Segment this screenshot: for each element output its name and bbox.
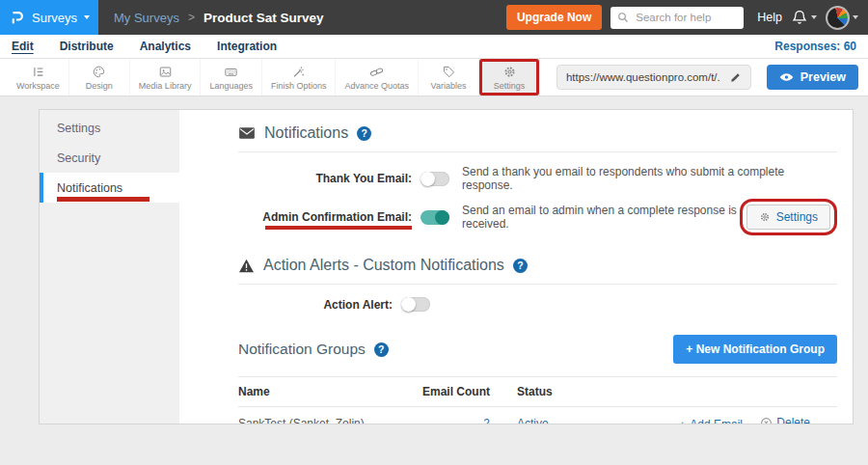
divider [238,151,837,152]
divider [238,284,837,285]
tab-integration[interactable]: Integration [217,40,277,53]
help-search-box[interactable] [610,7,744,29]
sidebar-item-notifications[interactable]: Notifications [40,173,179,203]
image-icon [158,65,173,79]
delete-link[interactable]: Delete [760,416,810,424]
keyboard-icon [224,65,238,79]
notifications-section-header: Notifications ? [238,124,837,142]
envelope-icon [238,126,256,140]
toolbar-item-variables[interactable]: Variables [419,59,479,96]
settings-button-label: Settings [776,210,818,224]
column-header-email-count: Email Count [379,385,490,398]
top-header: Surveys My Surveys > Product Sat Survey … [0,0,868,35]
avatar [826,6,850,30]
thank-you-email-toggle[interactable] [420,172,449,186]
toolbar-item-workspace[interactable]: Workspace [8,59,69,96]
help-icon[interactable]: ? [513,259,528,273]
app-window: Surveys My Surveys > Product Sat Survey … [0,0,868,465]
delete-circle-x-icon [760,417,773,425]
admin-confirmation-email-toggle[interactable] [420,210,449,225]
breadcrumb: My Surveys > Product Sat Survey [114,11,323,25]
edit-pencil-icon[interactable] [730,71,742,83]
column-header-status: Status [490,385,635,398]
action-alerts-section: Action Alerts - Custom Notifications ? A… [238,257,837,312]
column-header-actions [635,385,837,398]
page-title: Product Sat Survey [203,11,324,25]
settings-sidebar: Settings Security Notifications [40,110,179,424]
thank-you-email-label: Thank You Email: [238,172,412,185]
action-alerts-section-header: Action Alerts - Custom Notifications ? [238,257,837,274]
sidebar-item-settings[interactable]: Settings [40,113,179,143]
toolbar-item-label: Variables [431,81,467,91]
search-icon [617,12,629,23]
settings-main-panel: Notifications ? Thank You Email: Send a … [179,110,853,424]
questionpro-logo-icon [9,9,25,26]
notifications-section-title: Notifications [264,124,348,142]
palette-icon [92,65,106,79]
survey-url-field[interactable]: https://www.questionpro.com/t/. [556,65,751,90]
toolbar-item-label: Advance Quotas [344,81,409,91]
help-icon[interactable]: ? [374,342,389,357]
toolbar-item-label: Languages [209,81,253,91]
bell-icon [794,12,805,20]
surveys-product-menu[interactable]: Surveys [0,0,98,35]
admin-confirmation-email-description: Send an email to admin when a complete r… [462,204,740,231]
column-header-name: Name [238,385,379,398]
chevron-down-icon [853,15,858,19]
tab-edit[interactable]: Edit [12,40,34,53]
notification-groups-section: Notification Groups ? + New Notification… [238,335,837,424]
action-alerts-section-title: Action Alerts - Custom Notifications [263,257,504,274]
account-menu-button[interactable] [826,6,858,30]
toolbar-item-media-library[interactable]: Media Library [130,59,202,96]
delete-label: Delete [776,416,810,424]
sidebar-item-security[interactable]: Security [40,143,179,173]
tab-analytics[interactable]: Analytics [140,40,191,53]
tag-icon [442,65,456,79]
preview-label: Preview [800,70,846,84]
toolbar-item-advance-quotas[interactable]: Advance Quotas [336,59,419,96]
chevron-down-icon [84,15,90,19]
toolbar-item-settings[interactable]: Settings [479,59,540,96]
action-alert-label: Action Alert: [238,298,393,312]
warning-triangle-icon [238,259,255,273]
status-link[interactable]: Active [517,417,549,424]
admin-email-settings-button[interactable]: Settings [746,205,830,230]
action-alert-toggle[interactable] [401,297,430,312]
notifications-bell-button[interactable] [791,9,817,26]
thank-you-email-row: Thank You Email: Send a thank you email … [238,165,837,192]
action-alert-row: Action Alert: [238,297,837,312]
table-row: SankTest (Sanket, Zolin) 2 Active + Add … [238,407,837,424]
email-count-link[interactable]: 2 [483,417,490,424]
red-annotation-ring: Settings [740,199,837,235]
survey-url-text: https://www.questionpro.com/t/. [566,71,720,83]
toolbar-item-label: Workspace [16,81,60,91]
chain-link-icon [369,65,384,79]
settings-card: Settings Security Notifications Notifica… [39,109,854,424]
preview-button[interactable]: Preview [767,65,858,90]
toolbar-item-finish-options[interactable]: Finish Options [262,59,337,96]
thank-you-email-description: Send a thank you email to respondents wh… [462,165,837,192]
edit-toolbar: Workspace Design Media Library Languages… [0,59,868,96]
toolbar-item-languages[interactable]: Languages [201,59,262,96]
gear-icon [759,211,771,223]
page-background: Settings Security Notifications Notifica… [0,109,868,465]
toolbar-item-design[interactable]: Design [69,59,130,96]
search-input[interactable] [634,11,737,24]
tab-distribute[interactable]: Distribute [60,40,114,53]
help-icon[interactable]: ? [357,126,371,141]
eye-icon [779,72,794,82]
product-menu-label: Surveys [32,11,77,25]
new-notification-group-button[interactable]: + New Notification Group [673,335,837,364]
add-email-link[interactable]: + Add Email [679,418,743,425]
plus-icon: + [679,418,687,425]
gear-icon [502,65,517,79]
responses-count-link[interactable]: Responses: 60 [774,40,856,53]
toolbar-item-label: Finish Options [271,81,327,91]
table-header-row: Name Email Count Status [238,376,837,407]
notifications-section: Notifications ? Thank You Email: Send a … [238,124,837,235]
breadcrumb-my-surveys[interactable]: My Surveys [114,11,179,25]
toolbar-item-label: Media Library [139,81,192,91]
help-link[interactable]: Help [757,11,782,24]
add-email-label: Add Email [690,418,743,424]
upgrade-now-button[interactable]: Upgrade Now [506,5,602,30]
